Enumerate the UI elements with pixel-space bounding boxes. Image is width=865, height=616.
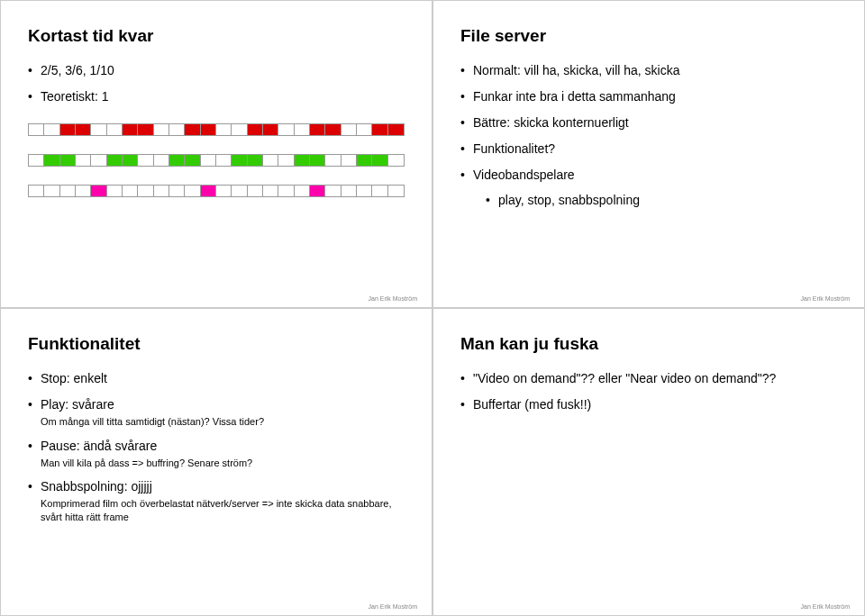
bar-cell <box>388 124 404 135</box>
bar-cell <box>201 186 216 196</box>
bar-cell <box>216 124 232 135</box>
bullet-item: Play: svårare Om många vill titta samtid… <box>28 396 405 429</box>
bullet-item: Stop: enkelt <box>28 370 405 387</box>
bar-cell <box>169 155 185 166</box>
bar-cell <box>123 124 138 135</box>
bar-cell <box>154 186 169 196</box>
bar-row-red <box>28 123 405 136</box>
bar-cell <box>107 124 123 135</box>
bullet-item: Videobandspelare play, stop, snabbspolni… <box>460 167 837 210</box>
bar-cell <box>341 155 357 166</box>
footer-author: Jan Erik Moström <box>801 295 850 302</box>
bar-cell <box>310 155 325 166</box>
bullet-item: 2/5, 3/6, 1/10 <box>28 62 405 79</box>
bar-cell <box>357 186 372 196</box>
bar-cell <box>325 186 341 196</box>
bar-cell <box>44 186 59 196</box>
bar-cell <box>372 155 387 166</box>
bar-cell <box>91 186 106 196</box>
title-top-left: Kortast tid kvar <box>28 26 405 46</box>
bullet-text: Snabbspolning: ojjjjj <box>41 479 152 494</box>
sub-bullets: play, stop, snabbspolning <box>486 192 837 209</box>
bar-cell <box>372 186 387 196</box>
bullet-item: Snabbspolning: ojjjjj Komprimerad film o… <box>28 478 405 524</box>
bar-cell <box>185 124 200 135</box>
bar-cell <box>91 155 106 166</box>
bar-cell <box>107 186 123 196</box>
bar-cell <box>232 155 247 166</box>
bar-cell <box>154 124 169 135</box>
bar-cell <box>29 186 44 196</box>
bar-cell <box>76 124 91 135</box>
bullet-subtext: Komprimerad film och överbelastat nätver… <box>41 497 405 524</box>
bullet-item: Bättre: skicka konternuerligt <box>460 114 837 131</box>
bar-cell <box>60 186 76 196</box>
bar-cell <box>388 186 404 196</box>
bar-cell <box>107 155 123 166</box>
bar-cell <box>310 186 325 196</box>
bullet-item: Funktionalitet? <box>460 140 837 158</box>
bar-cell <box>44 155 59 166</box>
bar-cell <box>357 124 372 135</box>
quadrant-top-right: File server Normalt: vill ha, skicka, vi… <box>432 0 865 308</box>
bar-cell <box>310 124 325 135</box>
footer-author: Jan Erik Moström <box>369 295 417 302</box>
bullet-item: Buffertar (med fusk!!) <box>460 396 837 413</box>
bar-cell <box>76 155 91 166</box>
bullets-bottom-right: "Video on demand"?? eller "Near video on… <box>460 370 837 422</box>
bullet-item: "Video on demand"?? eller "Near video on… <box>460 370 837 387</box>
bar-cell <box>357 155 372 166</box>
bullets-top-right: Normalt: vill ha, skicka, vill ha, skick… <box>460 62 837 218</box>
bar-cell <box>372 124 387 135</box>
bullet-text: Stop: enkelt <box>41 371 107 385</box>
bar-cell <box>295 186 310 196</box>
bar-cell <box>216 186 232 196</box>
bullet-text: Videobandspelare <box>473 168 575 182</box>
bar-cell <box>263 124 278 135</box>
bullet-item: Pause: ändå svårare Man vill kila på das… <box>28 438 405 470</box>
bar-cell <box>295 155 310 166</box>
bar-cell <box>263 155 278 166</box>
bar-cell <box>169 124 185 135</box>
bar-cell <box>341 186 357 196</box>
bar-row-pink <box>28 185 405 197</box>
bar-cell <box>44 124 59 135</box>
bar-cell <box>138 124 153 135</box>
bar-cell <box>248 124 263 135</box>
bullet-item: Normalt: vill ha, skicka, vill ha, skick… <box>460 62 837 79</box>
bar-cell <box>123 155 138 166</box>
bar-cell <box>248 155 263 166</box>
bullet-item: Teoretiskt: 1 <box>28 88 405 105</box>
bar-cell <box>29 155 44 166</box>
title-top-right: File server <box>460 26 837 46</box>
title-bottom-left: Funktionalitet <box>28 334 405 354</box>
footer-author: Jan Erik Moström <box>369 603 417 610</box>
bullets-top-left: 2/5, 3/6, 1/10 Teoretiskt: 1 <box>28 62 405 114</box>
bar-cell <box>201 155 216 166</box>
footer-author: Jan Erik Moström <box>801 603 850 610</box>
bar-cell <box>123 186 138 196</box>
bar-cell <box>278 186 294 196</box>
bar-cell <box>278 155 294 166</box>
bar-cell <box>138 155 153 166</box>
bullet-text: Pause: ändå svårare <box>41 439 157 453</box>
bar-cell <box>278 124 294 135</box>
bar-cell <box>388 155 404 166</box>
quadrant-bottom-left: Funktionalitet Stop: enkelt Play: svårar… <box>0 308 432 616</box>
bar-cell <box>201 124 216 135</box>
sub-bullet-item: play, stop, snabbspolning <box>486 192 837 209</box>
bar-cell <box>76 186 91 196</box>
bullet-item: Funkar inte bra i detta sammanhang <box>460 88 837 105</box>
slide-grid: Kortast tid kvar 2/5, 3/6, 1/10 Teoretis… <box>0 0 865 616</box>
bar-cell <box>185 186 200 196</box>
bar-cell <box>169 186 185 196</box>
bar-cell <box>216 155 232 166</box>
bar-cell <box>295 124 310 135</box>
quadrant-bottom-right: Man kan ju fuska "Video on demand"?? ell… <box>432 308 865 616</box>
bar-cell <box>185 155 200 166</box>
bar-cell <box>248 186 263 196</box>
bar-cell <box>138 186 153 196</box>
bullet-subtext: Man vill kila på dass => buffring? Senar… <box>41 457 405 470</box>
bar-cell <box>341 124 357 135</box>
bar-cell <box>325 124 341 135</box>
